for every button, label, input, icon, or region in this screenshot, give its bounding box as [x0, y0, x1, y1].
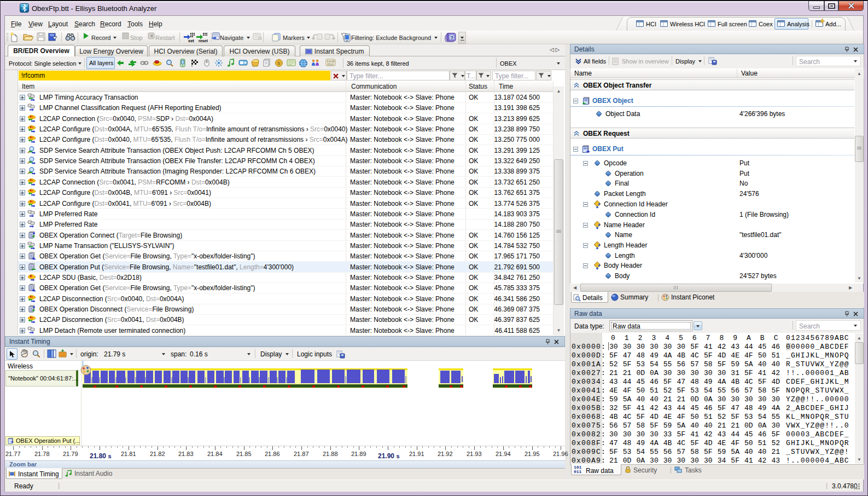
svg-text:set: set — [188, 38, 194, 43]
svg-text:reset: reset — [199, 39, 208, 43]
svg-text:?: ? — [451, 35, 454, 41]
svg-text:$: $ — [278, 61, 281, 66]
svg-text:00110: 00110 — [327, 63, 334, 66]
